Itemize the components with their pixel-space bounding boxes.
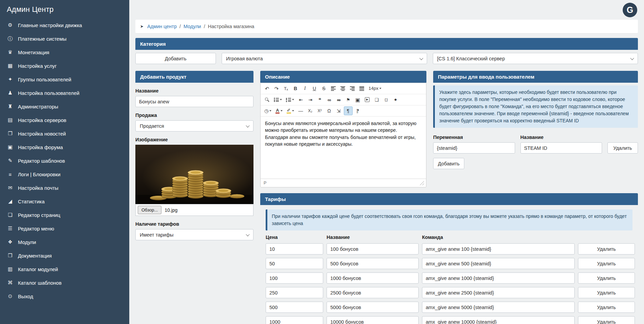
sidebar-item[interactable]: ☰ Редактор меню xyxy=(0,222,129,235)
logo[interactable]: G xyxy=(623,3,637,17)
tariff-price-input[interactable] xyxy=(266,302,323,313)
code-sample-button[interactable]: {;} xyxy=(382,95,391,104)
catalog-icon: ▥ xyxy=(7,266,14,272)
align-center-button[interactable] xyxy=(338,84,347,93)
tariff-name-input[interactable] xyxy=(327,316,419,324)
sidebar-item[interactable]: ◢ Статистика xyxy=(0,195,129,208)
editor-paragraph: Благодаря anew вы сможете получать больш… xyxy=(265,134,422,148)
unlink-button[interactable]: ∞ xyxy=(334,95,343,104)
sidebar-item[interactable]: ≡ Логи | Блокировки xyxy=(0,167,129,181)
sidebar-item[interactable]: ♛ Монетизация xyxy=(0,45,129,59)
tariff-delete-button[interactable]: Удалить xyxy=(578,302,635,313)
sidebar-item[interactable]: ♟ Настройка пользователей xyxy=(0,86,129,100)
variable-input[interactable] xyxy=(433,142,515,154)
sidebar-item[interactable]: ▥ Каталог модулей xyxy=(0,262,129,276)
highlight-color-button[interactable]: ✐ xyxy=(285,106,296,115)
sidebar-item[interactable]: ♜ Администраторы xyxy=(0,100,129,113)
ink-button[interactable]: ⚫ xyxy=(391,95,400,104)
link-button[interactable]: ∞ xyxy=(325,95,334,104)
browse-button[interactable]: Обзор... xyxy=(138,206,161,214)
sidebar-item[interactable]: ✦ Группы пользователей xyxy=(0,73,129,86)
add-category-button[interactable]: Добавить xyxy=(135,53,216,64)
product-sale-select[interactable]: Продается xyxy=(135,120,253,131)
text-color-button[interactable]: A xyxy=(274,106,284,115)
bullet-list-button[interactable] xyxy=(272,95,284,104)
tariff-command-input[interactable] xyxy=(422,272,575,284)
tariff-name-input[interactable] xyxy=(327,243,419,255)
sidebar-item[interactable]: ▤ Настройка серверов xyxy=(0,113,129,127)
product-tariff-select[interactable]: Имеет тарифы xyxy=(135,229,253,240)
tariff-price-input[interactable] xyxy=(266,316,323,324)
tariff-price-input[interactable] xyxy=(266,258,323,269)
sidebar-item[interactable]: ✉ Настройка почты xyxy=(0,181,129,195)
tariff-delete-button[interactable]: Удалить xyxy=(578,316,635,324)
tariff-command-input[interactable] xyxy=(422,258,575,269)
sidebar-item[interactable]: ❐ Настройка новостей xyxy=(0,127,129,140)
subscript-button[interactable]: X₂ xyxy=(306,106,315,115)
rtl-button[interactable]: ¶ xyxy=(353,106,362,115)
tariff-name-input[interactable] xyxy=(327,302,419,313)
sidebar-item[interactable]: ⌘ Каталог шаблонов xyxy=(0,276,129,289)
align-left-button[interactable] xyxy=(329,84,338,93)
param-add-button[interactable]: Добавить xyxy=(433,158,464,169)
param-delete-button[interactable]: Удалить xyxy=(607,142,638,154)
tariff-price-input[interactable] xyxy=(266,243,323,255)
bookmark-button[interactable]: ⚑ xyxy=(344,95,353,104)
resize-grip-icon[interactable] xyxy=(420,181,424,185)
sidebar-item[interactable]: ✎ Редактор шаблонов xyxy=(0,154,129,167)
page-embed-button[interactable]: ❑ xyxy=(372,95,381,104)
sidebar-item[interactable]: ❖ Модули xyxy=(0,235,129,249)
insert-image-button[interactable]: ▣ xyxy=(353,95,362,104)
numbered-list-button[interactable] xyxy=(284,95,296,104)
fullscreen-button[interactable]: ⇲ xyxy=(334,106,343,115)
breadcrumb-link-modules[interactable]: Модули xyxy=(183,24,201,29)
font-size-select[interactable]: 14px xyxy=(367,84,383,93)
breadcrumb-link-admin[interactable]: Админ центр xyxy=(147,24,177,29)
sidebar-item[interactable]: ❏ Редактор страниц xyxy=(0,208,129,222)
tariff-command-input[interactable] xyxy=(422,287,575,298)
sidebar-item[interactable]: ⊙ Выход xyxy=(0,289,129,303)
tariff-name-input[interactable] xyxy=(327,258,419,269)
editor-paragraph: Бонусы anew являются универсальной игров… xyxy=(265,120,422,134)
sidebar-item[interactable]: ▣ Настройка форума xyxy=(0,140,129,154)
tariff-delete-button[interactable]: Удалить xyxy=(578,243,635,255)
italic-button[interactable]: I xyxy=(301,84,309,93)
align-right-button[interactable] xyxy=(348,84,357,93)
product-name-input[interactable] xyxy=(135,96,253,107)
tariff-delete-button[interactable]: Удалить xyxy=(578,272,635,284)
strikethrough-button[interactable]: S xyxy=(319,84,328,93)
blockquote-button[interactable]: ❝ xyxy=(315,95,324,104)
bold-button[interactable]: B xyxy=(291,84,300,93)
insert-datetime-button[interactable]: ◷ xyxy=(263,106,273,115)
tariff-name-input[interactable] xyxy=(327,272,419,284)
tariff-delete-button[interactable]: Удалить xyxy=(578,258,635,269)
editor-content[interactable]: Бонусы anew являются универсальной игров… xyxy=(261,117,426,179)
tariff-price-input[interactable] xyxy=(266,287,323,298)
tariff-delete-button[interactable]: Удалить xyxy=(578,287,635,298)
category-type-select[interactable]: Игровая валюта xyxy=(222,53,427,64)
indent-button[interactable]: ⇥ xyxy=(306,95,315,104)
sidebar-item[interactable]: ❒ Документация xyxy=(0,249,129,262)
tariff-command-input[interactable] xyxy=(422,316,575,324)
category-server-select[interactable]: [CS 1.6] Классический сервер xyxy=(433,53,638,64)
sidebar-item[interactable]: ▦ Настройка услуг xyxy=(0,59,129,73)
search-button[interactable] xyxy=(263,95,271,104)
undo-button[interactable]: ↶ xyxy=(263,84,271,93)
param-name-input[interactable] xyxy=(520,142,602,154)
tariff-command-input[interactable] xyxy=(422,243,575,255)
special-char-button[interactable]: Ω xyxy=(325,106,334,115)
underline-button[interactable]: U xyxy=(310,84,319,93)
clear-formatting-button[interactable]: Tₓ xyxy=(282,84,290,93)
ltr-button[interactable]: ¶ xyxy=(344,106,353,115)
sidebar-item[interactable]: ⓘ Платежные системы xyxy=(0,32,129,45)
align-justify-button[interactable] xyxy=(357,84,366,93)
horizontal-rule-button[interactable]: — xyxy=(296,106,305,115)
tariff-command-input[interactable] xyxy=(422,302,575,313)
outdent-button[interactable]: ⇤ xyxy=(296,95,305,104)
insert-media-button[interactable]: ▶ xyxy=(363,95,372,104)
redo-button[interactable]: ↷ xyxy=(272,84,281,93)
superscript-button[interactable]: X² xyxy=(315,106,324,115)
sidebar-item[interactable]: ⚙ Главные настройки движка xyxy=(0,18,129,32)
tariff-name-input[interactable] xyxy=(327,287,419,298)
tariff-price-input[interactable] xyxy=(266,272,323,284)
